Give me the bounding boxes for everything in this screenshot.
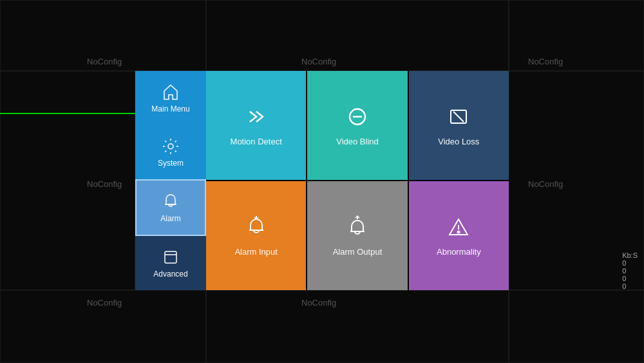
kbs-label: Kb:S <box>622 251 638 259</box>
kbs-val-3: 0 <box>622 282 638 290</box>
kbs-val-1: 0 <box>622 267 638 275</box>
no-config-top-left: NoConfig <box>87 57 122 66</box>
svg-line-5 <box>453 112 464 122</box>
tile-alarm-input[interactable]: Alarm Input <box>206 181 306 290</box>
menu-panel: Main Menu System Alarm Adv <box>135 71 206 290</box>
slash-box-icon <box>447 105 470 133</box>
chevrons-right-icon <box>245 105 268 133</box>
menu-item-system[interactable]: System <box>135 125 206 179</box>
tile-label-video-loss: Video Loss <box>438 137 479 146</box>
tile-label-motion-detect: Motion Detect <box>231 137 282 146</box>
menu-item-alarm[interactable]: Alarm <box>135 179 206 236</box>
green-line <box>0 113 135 114</box>
no-config-bot-center: NoConfig <box>301 298 336 308</box>
tile-label-alarm-output: Alarm Output <box>333 247 383 257</box>
no-config-top-center: NoConfig <box>301 57 336 66</box>
menu-label-advanced: Advanced <box>153 270 187 279</box>
triangle-alert-icon <box>447 215 470 243</box>
no-config-top-right: NoConfig <box>528 57 563 66</box>
bell-down-icon <box>245 215 268 243</box>
bell-icon <box>161 192 180 214</box>
no-config-bot-left: NoConfig <box>87 298 122 308</box>
menu-item-main-menu[interactable]: Main Menu <box>135 71 206 125</box>
box-icon <box>161 248 180 270</box>
bell-up-icon <box>346 215 369 243</box>
home-icon <box>161 83 180 104</box>
no-config-mid-right: NoConfig <box>528 179 563 189</box>
content-grid: Motion Detect Video Blind Video Loss <box>206 71 509 290</box>
tile-label-abnormality: Abnormality <box>437 247 481 257</box>
kbs-val-0: 0 <box>622 259 638 267</box>
menu-item-advanced[interactable]: Advanced <box>135 236 206 290</box>
menu-label-alarm: Alarm <box>160 214 180 223</box>
gear-icon <box>161 137 180 159</box>
svg-point-10 <box>458 231 460 233</box>
tile-motion-detect[interactable]: Motion Detect <box>206 71 306 180</box>
tile-label-video-blind: Video Blind <box>336 137 379 146</box>
tile-label-alarm-input: Alarm Input <box>234 247 277 257</box>
camera-bot-right <box>509 290 644 363</box>
tile-video-blind[interactable]: Video Blind <box>307 71 407 180</box>
svg-rect-1 <box>165 251 176 263</box>
menu-label-system: System <box>158 159 184 168</box>
kbs-display: Kb:S 0 0 0 0 <box>622 251 638 290</box>
camera-top-center <box>206 0 509 71</box>
svg-point-0 <box>168 144 173 149</box>
tile-alarm-output[interactable]: Alarm Output <box>307 181 407 290</box>
camera-bot-center <box>206 290 509 363</box>
tile-abnormality[interactable]: Abnormality <box>409 181 509 290</box>
kbs-val-2: 0 <box>622 275 638 282</box>
no-config-mid-left: NoConfig <box>87 179 122 189</box>
minus-circle-icon <box>346 105 369 133</box>
tile-video-loss[interactable]: Video Loss <box>409 71 509 180</box>
menu-label-main-menu: Main Menu <box>151 104 189 113</box>
